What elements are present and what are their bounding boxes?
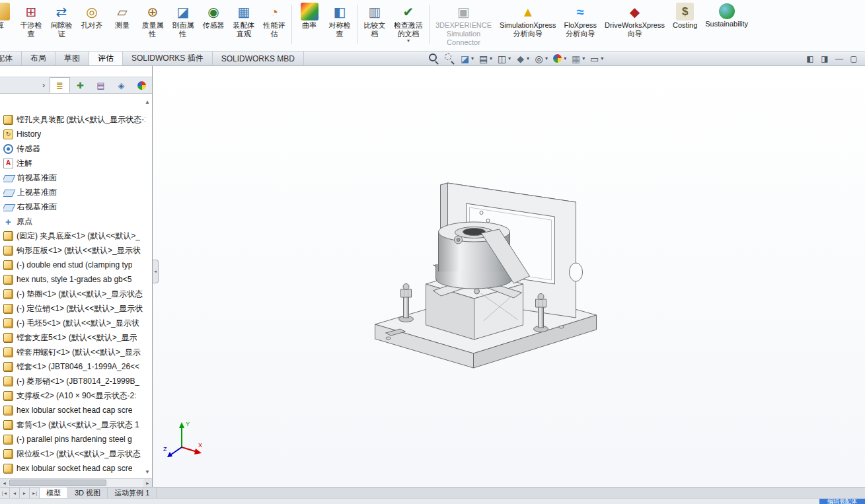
headsup-button[interactable]: ▾ <box>513 52 531 65</box>
commandmanager-tab[interactable]: 布局 <box>22 52 56 65</box>
feature-tree-item[interactable]: (-) double end stud (clamping typ <box>3 258 152 272</box>
feature-tree-item[interactable]: (-) 垫圈<1> (默认<<默认>_显示状态 <box>3 287 152 301</box>
headsup-button[interactable]: ▾ <box>531 52 550 65</box>
toolbar-button-icon <box>205 3 223 20</box>
toolbar-button[interactable]: 剖面属 性 <box>168 2 198 50</box>
document-tab[interactable]: 模型 <box>40 487 68 498</box>
feature-tree-item[interactable]: (固定) 夹具底座<1> (默认<<默认>_ <box>3 229 152 243</box>
feature-tree-item[interactable]: 上视基准面 <box>3 185 152 199</box>
toolbar-button[interactable]: 干涉检 查 <box>16 2 46 50</box>
tree-scroll-up-arrow[interactable]: ▲ <box>145 99 150 105</box>
toolbar-button[interactable]: 传感器 <box>198 2 229 50</box>
toolbar-button[interactable]: SimulationXpress 分析向导 <box>496 2 560 50</box>
panel-tab[interactable] <box>132 77 152 93</box>
headsup-button[interactable]: ▾ <box>494 52 513 65</box>
toolbar-button[interactable]: 算 <box>0 2 16 50</box>
feature-tree-item[interactable]: hex lobular socket head cap scre <box>3 403 152 417</box>
commandmanager-tab[interactable]: 评估 <box>89 52 123 65</box>
feature-tree-item[interactable]: History <box>3 127 152 141</box>
toolbar-button[interactable]: 比较文 档 <box>359 2 390 50</box>
feature-tree-item[interactable]: 镗孔夹具装配 (默认<默认_显示状态-1> <box>3 112 152 127</box>
toolbar-button[interactable]: 质量属 性 <box>137 2 168 50</box>
feature-tree-item[interactable]: 支撑板<2> (A10 × 90<显示状态-2: <box>3 388 152 403</box>
document-tab[interactable]: 运动算例 1 <box>108 487 157 498</box>
feature-tree-item[interactable]: 传感器 <box>3 141 152 156</box>
feature-tree-item[interactable]: 右视基准面 <box>3 199 152 214</box>
toolbar-button[interactable] <box>357 5 357 44</box>
toolbar-button[interactable] <box>291 5 292 44</box>
feature-tree-item[interactable]: hex nuts, style 1-grades ab gb<5 <box>3 272 152 287</box>
scrollbar-track[interactable] <box>9 479 143 487</box>
feature-tree-item[interactable]: (-) parallel pins hardening steel g <box>3 432 152 447</box>
window-button[interactable]: ◧ <box>806 54 815 63</box>
feature-tree-item[interactable]: 镗套<1> (JBT8046_1-1999A_26<< <box>3 359 152 374</box>
feature-tree-item[interactable]: 前视基准面 <box>3 170 152 185</box>
toolbar-button-label: 检查激活 的文档 <box>394 21 423 38</box>
window-button[interactable]: — <box>835 54 844 63</box>
tab-scroll-button[interactable]: ►| <box>30 487 40 498</box>
toolbar-button[interactable]: Costing <box>669 2 701 50</box>
window-button[interactable]: ▢ <box>849 54 858 63</box>
tab-scroll-button[interactable]: ► <box>20 487 30 498</box>
toolbar-button[interactable]: 曲率 <box>294 2 324 50</box>
feature-tree-item[interactable]: 注解 <box>3 156 152 170</box>
feature-tree-item[interactable]: 钩形压板<1> (默认<<默认>_显示状 <box>3 243 152 258</box>
feature-tree-item-icon <box>3 406 13 415</box>
toolbar-button[interactable]: 间隙验 证 <box>46 2 77 50</box>
toolbar-button[interactable]: DriveWorksXpress 向导 <box>601 2 669 50</box>
panel-tab[interactable] <box>70 77 91 93</box>
edit-mode-badge[interactable]: 编辑装配体 <box>819 499 865 504</box>
commandmanager-tab[interactable]: SOLIDWORKS 插件 <box>123 52 213 65</box>
toolbar-button[interactable] <box>429 5 430 44</box>
headsup-button[interactable]: ▾ <box>587 52 605 65</box>
headsup-button[interactable]: ▾ <box>568 52 587 65</box>
tree-scroll-down-arrow[interactable]: ▼ <box>145 469 150 475</box>
toolbar-button[interactable]: 测量 <box>107 2 137 50</box>
feature-tree-item[interactable]: 镗套用螺钉<1> (默认<<默认>_显示 <box>3 345 152 359</box>
scroll-left-arrow-icon[interactable]: ◄ <box>0 479 9 487</box>
tree-horizontal-scrollbar[interactable]: ◄ ► <box>0 478 152 487</box>
toolbar-button[interactable]: 3DEXPERIENCE Simulation Connector <box>432 2 496 50</box>
feature-tree-item[interactable]: (-) 定位销<1> (默认<<默认>_显示状 <box>3 301 152 316</box>
feature-tree-item[interactable]: (-) 菱形销<1> (JBT8014_2-1999B_ <box>3 374 152 388</box>
feature-tree-item[interactable]: 套筒<1> (默认<<默认>_显示状态 1 <box>3 417 152 432</box>
feature-tree-item-label: 原点 <box>17 216 32 227</box>
tab-scroll-buttons: |◄ ◄ ► ►| <box>0 487 40 498</box>
scroll-right-arrow-icon[interactable]: ► <box>143 479 152 487</box>
commandmanager-tab[interactable]: 草图 <box>56 52 89 65</box>
headsup-button[interactable] <box>441 52 457 65</box>
feature-tree-item[interactable]: hex lobular socket head cap scre <box>3 461 152 476</box>
headsup-button[interactable]: ▾ <box>457 52 476 65</box>
graphics-area[interactable]: ◄ Y X Z <box>153 66 865 487</box>
panel-tab[interactable] <box>111 77 132 93</box>
feature-tree-item[interactable]: 原点 <box>3 214 152 229</box>
toolbar-button[interactable]: FloXpress 分析向导 <box>560 2 601 50</box>
toolbar-button[interactable]: 孔对齐 <box>77 2 107 50</box>
feature-tree-item[interactable]: 限位板<1> (默认<<默认>_显示状态 <box>3 447 152 461</box>
toolbar-button[interactable]: 性能评 估 <box>259 2 289 50</box>
tab-scroll-button[interactable]: ◄ <box>10 487 20 498</box>
feature-tree-item-label: 镗套<1> (JBT8046_1-1999A_26<< <box>17 361 139 373</box>
headsup-button[interactable]: ▾ <box>550 52 568 65</box>
panel-tab[interactable] <box>50 77 70 93</box>
toolbar-button[interactable]: Sustainability <box>701 2 752 50</box>
panel-expand-chevron[interactable]: › <box>38 81 50 90</box>
toolbar-button-label: SimulationXpress 分析向导 <box>500 21 556 38</box>
feature-tree-item-label: 右视基准面 <box>17 201 57 213</box>
headsup-button[interactable]: ▾ <box>476 52 494 65</box>
feature-tree-item-label: (-) 定位销<1> (默认<<默认>_显示状 <box>17 303 143 314</box>
feature-tree-item[interactable]: (-) 毛坯5<1> (默认<<默认>_显示状 <box>3 316 152 330</box>
commandmanager-tab[interactable]: SOLIDWORKS MBD <box>213 52 304 65</box>
scrollbar-thumb[interactable] <box>9 480 106 486</box>
tab-scroll-button[interactable]: |◄ <box>0 487 10 498</box>
window-button[interactable]: ◨ <box>820 54 829 63</box>
panel-splitter-handle[interactable]: ◄ <box>153 260 159 283</box>
document-tab[interactable]: 3D 视图 <box>68 487 108 498</box>
panel-tab[interactable] <box>91 77 111 93</box>
commandmanager-tab[interactable]: 配体 <box>0 52 22 65</box>
toolbar-button[interactable]: 对称检 查 <box>324 2 355 50</box>
feature-tree-item[interactable]: 镗套支座5<1> (默认<<默认>_显示 <box>3 330 152 345</box>
toolbar-button[interactable]: 装配体 直观 <box>229 2 259 50</box>
headsup-button[interactable] <box>426 52 441 65</box>
toolbar-button[interactable]: 检查激活 的文档 ▾ <box>390 2 427 50</box>
